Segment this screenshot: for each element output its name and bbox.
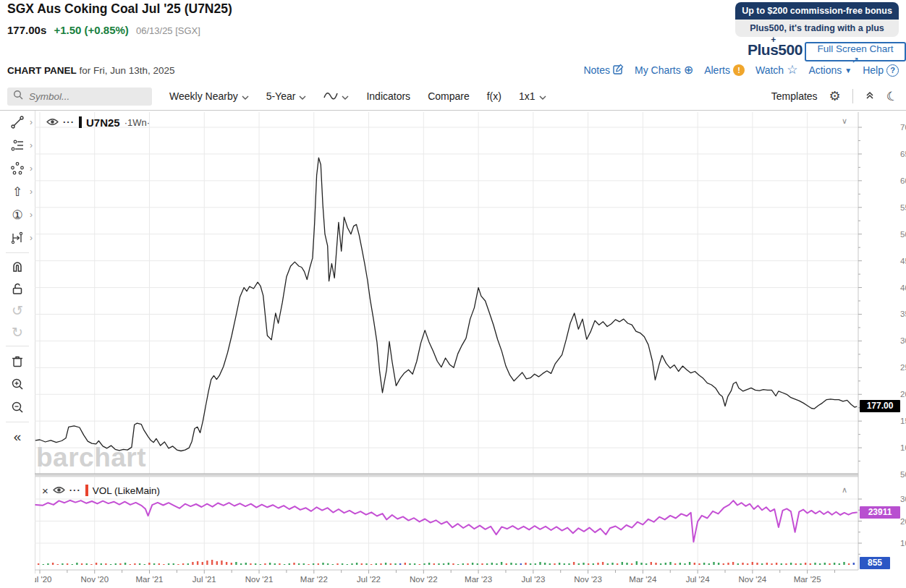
notes-label: Notes: [583, 64, 610, 76]
svg-text:Jul '24: Jul '24: [686, 575, 710, 584]
layout-dropdown[interactable]: 1x1: [519, 90, 546, 102]
logo-text: 500: [778, 41, 803, 58]
volume-study-legend: × ··· VOL (LikeMain): [42, 484, 160, 497]
svg-text:Mar '24: Mar '24: [629, 575, 657, 584]
magnet-snap-button[interactable]: [0, 256, 35, 278]
svg-text:700.00: 700.00: [900, 123, 906, 132]
indicators-button[interactable]: Indicators: [366, 90, 410, 102]
submenu-caret-icon[interactable]: ›: [30, 163, 33, 174]
notes-link[interactable]: Notes: [583, 64, 624, 77]
series-symbol-label[interactable]: U7N25: [86, 116, 120, 129]
sidebar-divider: [6, 346, 29, 346]
symbol-search-box[interactable]: [7, 88, 152, 106]
frequency-dropdown[interactable]: Weekly Nearby: [169, 90, 249, 102]
zoom-out-button[interactable]: [0, 396, 35, 419]
alerts-link[interactable]: Alerts !: [704, 64, 745, 76]
search-icon: [13, 90, 23, 103]
arrow-annotation-button[interactable]: ⇧ ›: [0, 180, 35, 203]
collapse-sidebar-button[interactable]: «: [0, 425, 35, 448]
chart-panel-date: for Fri, Jun 13th, 2025: [77, 65, 175, 76]
svg-text:Jul '21: Jul '21: [192, 575, 216, 584]
chart-type-dropdown[interactable]: [323, 90, 349, 103]
quote-row: 177.00s +1.50 (+0.85%) 06/13/25 [SGX]: [7, 24, 200, 36]
redo-button[interactable]: ↻: [0, 321, 35, 343]
delete-drawings-button[interactable]: [0, 349, 35, 372]
line-style-icon: [323, 90, 338, 103]
chart-panel-header: CHART PANEL for Fri, Jun 13th, 2025: [7, 65, 175, 76]
svg-text:Mar '23: Mar '23: [465, 575, 492, 584]
templates-button[interactable]: Templates: [771, 90, 818, 102]
visibility-eye-icon[interactable]: [53, 484, 65, 497]
dark-mode-moon-icon[interactable]: ☾: [885, 88, 899, 105]
collapse-toolbar-icon[interactable]: [865, 90, 875, 103]
svg-text:600.00: 600.00: [900, 176, 906, 185]
submenu-caret-icon[interactable]: ›: [30, 233, 33, 243]
chart-panel-label: CHART PANEL: [7, 65, 77, 76]
actions-link[interactable]: Actions ▼: [808, 64, 852, 76]
series-frequency-label[interactable]: ·1Wn·: [124, 117, 150, 128]
shapes-tool-button[interactable]: ›: [0, 157, 35, 180]
submenu-caret-icon[interactable]: ›: [30, 140, 33, 150]
svg-text:500.00: 500.00: [900, 230, 906, 239]
series-color-bar: [79, 116, 82, 128]
range-dropdown[interactable]: 5-Year: [266, 90, 307, 102]
zoom-in-button[interactable]: [0, 372, 35, 396]
barchart-chart-page: SGX Aus Coking Coal Jul '25 (U7N25) 177.…: [0, 0, 906, 588]
redo-icon: ↻: [12, 325, 23, 339]
symbol-search-input[interactable]: [27, 90, 146, 103]
fx-button[interactable]: f(x): [487, 90, 501, 102]
undo-button[interactable]: ↺: [0, 299, 35, 321]
fx-label: f(x): [487, 90, 501, 102]
svg-text:Jul '20: Jul '20: [35, 575, 51, 584]
main-panel-collapse-icon[interactable]: ∨: [842, 116, 847, 126]
full-screen-chart-label: Full Screen Chart: [817, 43, 893, 54]
svg-text:Nov '23: Nov '23: [574, 575, 602, 584]
visibility-eye-icon[interactable]: [46, 116, 59, 129]
svg-text:Jul '23: Jul '23: [521, 575, 545, 584]
my-charts-link[interactable]: My Charts ⊕: [635, 64, 693, 76]
svg-text:50.00: 50.00: [900, 470, 906, 479]
trendline-tool-button[interactable]: ›: [0, 111, 35, 134]
range-label: 5-Year: [266, 90, 296, 102]
number-annotation-button[interactable]: ① ›: [0, 203, 35, 226]
ad-line-2[interactable]: Plus500, it's trading with a plus: [735, 20, 899, 37]
ad-line-1[interactable]: Up to $200 commission-free bonus: [735, 2, 899, 20]
svg-text:20000: 20000: [900, 517, 906, 526]
plus500-logo[interactable]: Plus+500: [748, 41, 803, 59]
compare-button[interactable]: Compare: [428, 90, 470, 102]
full-screen-chart-button[interactable]: Full Screen Chart ↗: [805, 42, 906, 61]
last-price-badge: 177.00: [860, 400, 900, 412]
chevron-down-icon: [539, 90, 546, 102]
barchart-watermark: barchart: [36, 443, 146, 473]
svg-text:Nov '22: Nov '22: [410, 575, 438, 584]
price-volume-chart[interactable]: 50.00100.00150.00200.00250.00300.00350.0…: [35, 112, 906, 588]
panel-links: Notes My Charts ⊕ Alerts ! Watch ☆ Actio…: [583, 64, 899, 77]
plus500-ad-banner[interactable]: Up to $200 commission-free bonus Plus500…: [735, 2, 899, 37]
study-menu-icon[interactable]: ···: [69, 488, 81, 493]
submenu-caret-icon[interactable]: ›: [30, 117, 33, 127]
series-menu-icon[interactable]: ···: [63, 120, 75, 125]
gear-icon[interactable]: ⚙: [829, 88, 841, 104]
layout-label: 1x1: [519, 90, 535, 102]
page-title: SGX Aus Coking Coal Jul '25 (U7N25): [7, 1, 232, 17]
svg-text:Nov '20: Nov '20: [80, 575, 109, 584]
price-change: +1.50 (+0.85%): [54, 24, 128, 36]
edit-note-icon: [613, 64, 624, 77]
measure-tool-button[interactable]: ›: [0, 226, 35, 250]
volume-panel-expand-icon[interactable]: ∧: [842, 485, 847, 495]
last-price: 177.00s: [7, 24, 46, 36]
unlock-drawings-button[interactable]: [0, 278, 35, 299]
close-study-icon[interactable]: ×: [42, 485, 48, 496]
sidebar-divider: [6, 422, 29, 422]
svg-text:150.00: 150.00: [900, 417, 906, 425]
compare-label: Compare: [428, 90, 470, 102]
help-question-icon: ?: [886, 64, 899, 77]
undo-icon: ↺: [12, 304, 23, 318]
circled-one-icon: ①: [12, 209, 22, 221]
submenu-caret-icon[interactable]: ›: [30, 187, 33, 197]
help-link[interactable]: Help ?: [863, 64, 899, 77]
submenu-caret-icon[interactable]: ›: [30, 210, 33, 220]
fibonacci-tool-button[interactable]: ›: [0, 134, 35, 157]
watch-link[interactable]: Watch ☆: [755, 64, 797, 76]
volume-study-label[interactable]: VOL (LikeMain): [93, 485, 160, 496]
